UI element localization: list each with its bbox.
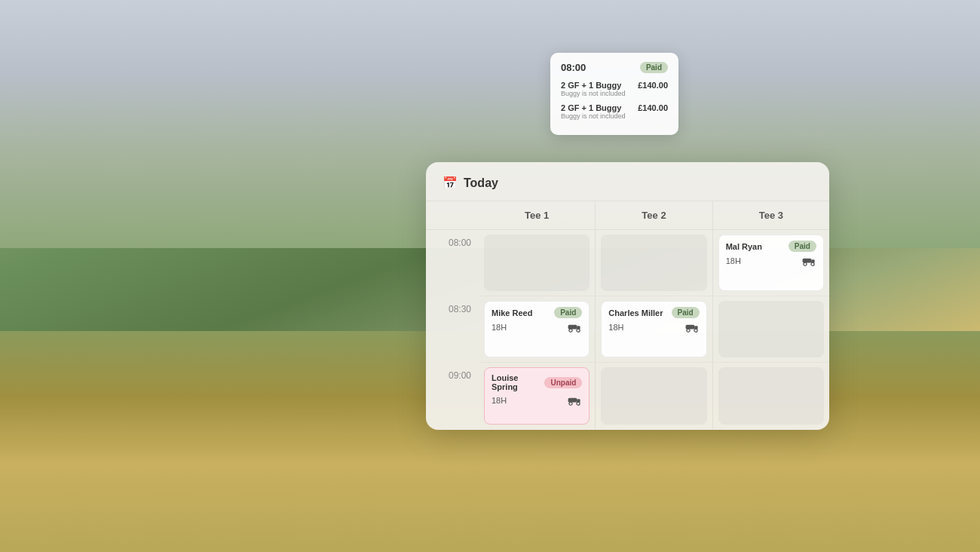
scheduling-panel: 📅 Today 08:00 08:30 09:00 Tee 1 — [426, 162, 829, 430]
tee2-booking-0830: Charles Miller Paid 18H — [601, 301, 706, 357]
svg-point-12 — [687, 329, 690, 332]
tee-column-1: Tee 1 Mike Reed Paid 18H — [479, 201, 596, 429]
svg-rect-15 — [803, 259, 812, 263]
tooltip-card: 08:00 Paid 2 GF + 1 Buggy Buggy is not i… — [550, 53, 678, 135]
tooltip-item2-sub: Buggy is not included — [561, 112, 626, 120]
tee1-name-0900: Louise Spring — [492, 373, 544, 391]
tee3-booking-0800: Mal Ryan Paid 18H — [718, 235, 824, 291]
time-block-0830: 08:30 — [426, 296, 479, 363]
tee3-slot-0830[interactable] — [713, 296, 829, 363]
tee2-empty-0900 — [601, 367, 706, 425]
tee-column-2: Tee 2 Charles Miller Paid 18H — [596, 201, 712, 429]
tooltip-item1-title: 2 GF + 1 Buggy — [561, 81, 626, 90]
panel-header: 📅 Today — [426, 162, 829, 201]
tee3-empty-0900 — [718, 367, 824, 425]
tooltip-item-1: 2 GF + 1 Buggy Buggy is not included £14… — [561, 81, 668, 99]
time-column: 08:00 08:30 09:00 — [426, 201, 479, 429]
svg-point-7 — [569, 402, 572, 405]
tee1-booking-0900: Louise Spring Unpaid 18H — [484, 367, 590, 425]
tooltip-item1-sub: Buggy is not included — [561, 90, 626, 97]
tooltip-item1-price: £140.00 — [638, 81, 668, 90]
tooltip-item2-price: £140.00 — [638, 103, 668, 112]
tee1-booking-0830: Mike Reed Paid 18H — [484, 301, 590, 357]
tee-column-3: Tee 3 Mal Ryan Paid 18H — [713, 201, 829, 429]
tee3-badge-0800: Paid — [789, 241, 816, 252]
panel-title: Today — [464, 176, 498, 190]
tee2-slot-0800[interactable] — [596, 230, 712, 296]
tee3-name-0800: Mal Ryan — [726, 242, 762, 251]
tee1-slot-0830[interactable]: Mike Reed Paid 18H — [479, 296, 595, 363]
schedule-grid: 08:00 08:30 09:00 Tee 1 — [426, 201, 829, 429]
calendar-icon: 📅 — [443, 176, 458, 190]
tee1-slot-0900[interactable]: Louise Spring Unpaid 18H — [479, 363, 595, 429]
svg-rect-10 — [685, 325, 694, 330]
tee2-name-0830: Charles Miller — [608, 308, 663, 317]
svg-rect-0 — [568, 325, 577, 330]
tee3-slot-0900[interactable] — [713, 363, 829, 429]
tee2-badge-0830: Paid — [672, 307, 700, 318]
buggy-icon-tee2-0830 — [684, 322, 700, 333]
buggy-icon-tee1-0900 — [567, 395, 582, 406]
tee1-name-0830: Mike Reed — [492, 308, 532, 317]
svg-point-8 — [577, 402, 580, 405]
tees-grid: Tee 1 Mike Reed Paid 18H — [479, 201, 829, 429]
tee3-header: Tee 3 — [713, 201, 829, 230]
tee1-badge-0900: Unpaid — [544, 377, 582, 388]
tee3-slot-0800[interactable]: Mal Ryan Paid 18H — [713, 230, 829, 296]
svg-point-2 — [569, 329, 572, 332]
tooltip-time: 08:00 — [561, 62, 586, 73]
tee2-header: Tee 2 — [596, 201, 712, 230]
tee1-slot-0800[interactable] — [479, 230, 595, 296]
buggy-icon-tee1-0830 — [567, 322, 582, 333]
tee1-holes-0830: 18H — [492, 323, 507, 332]
tee1-header: Tee 1 — [479, 201, 595, 230]
svg-point-3 — [577, 329, 580, 332]
time-header-spacer — [426, 201, 479, 230]
tee1-empty-0800 — [484, 235, 590, 291]
tee2-slot-0830[interactable]: Charles Miller Paid 18H — [596, 296, 712, 363]
tooltip-badge: Paid — [640, 62, 668, 73]
svg-rect-5 — [568, 398, 577, 403]
tooltip-header: 08:00 Paid — [561, 62, 668, 73]
svg-point-17 — [804, 262, 807, 265]
tee3-holes-0800: 18H — [726, 256, 741, 265]
tee3-empty-0830 — [718, 301, 824, 357]
tooltip-item-2: 2 GF + 1 Buggy Buggy is not included £14… — [561, 103, 668, 121]
tee2-empty-0800 — [601, 235, 706, 291]
tee1-holes-0900: 18H — [492, 396, 507, 405]
tee2-holes-0830: 18H — [608, 323, 623, 332]
svg-point-13 — [694, 329, 697, 332]
tee2-slot-0900[interactable] — [596, 363, 712, 429]
time-block-0800: 08:00 — [426, 230, 479, 296]
tooltip-item2-title: 2 GF + 1 Buggy — [561, 103, 626, 112]
buggy-icon-tee3-0800 — [801, 256, 816, 266]
svg-point-18 — [811, 262, 814, 265]
time-block-0900: 09:00 — [426, 363, 479, 429]
tee1-badge-0830: Paid — [554, 307, 582, 318]
